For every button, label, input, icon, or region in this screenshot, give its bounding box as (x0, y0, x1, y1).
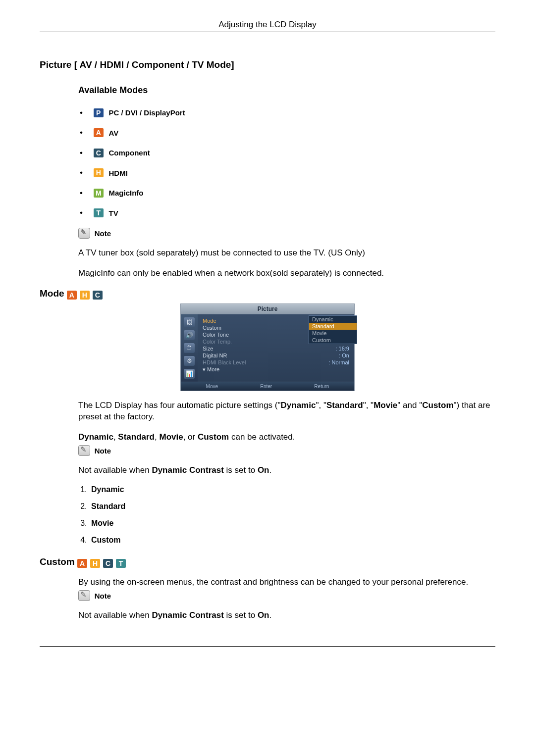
list-item: Movie (89, 519, 495, 528)
h-icon: H (80, 291, 90, 300)
mode-item-tv: • T TV (78, 208, 495, 218)
a-icon: A (77, 559, 87, 568)
h-icon: H (94, 168, 104, 177)
mode-section-title: Mode (40, 288, 64, 299)
osd-side-icon: ⚙ (184, 356, 195, 366)
list-item: Custom (89, 536, 495, 545)
note-text-2: MagicInfo can only be enabled when a net… (78, 268, 495, 279)
note-text-1: A TV tuner box (sold separately) must be… (78, 248, 495, 259)
mode-label-magicinfo: MagicInfo (108, 189, 143, 197)
footer-rule (40, 646, 495, 647)
osd-popup-item: Movie (309, 330, 357, 337)
osd-foot-return: Return (314, 384, 329, 389)
t-icon: T (94, 208, 104, 217)
osd-row: HDMI Black Level: Normal (203, 359, 349, 366)
mode-description: The LCD Display has four automatic pictu… (78, 400, 495, 423)
mode-label-component: Component (108, 149, 150, 157)
note-label: Note (95, 229, 111, 238)
custom-section-title: Custom (40, 556, 75, 567)
custom-description: By using the on-screen menus, the contra… (78, 577, 495, 588)
mode-label-tv: TV (108, 209, 118, 217)
mode-label-pc: PC / DVI / DisplayPort (108, 108, 185, 117)
t-icon: T (116, 559, 126, 568)
osd-row: ▾ More (203, 366, 349, 373)
bullet-icon: • (78, 108, 84, 118)
note-icon (78, 228, 90, 239)
osd-screenshot: Picture 🖼 🔊 ⏱ ⚙ 📊 Mode Custom Color Tone… (180, 303, 355, 391)
osd-side-icon: 📊 (184, 369, 195, 379)
osd-side-icon: 🖼 (184, 317, 195, 327)
c-icon: C (94, 149, 104, 157)
available-modes-heading: Available Modes (78, 85, 495, 96)
osd-footer: Move Enter Return (181, 382, 354, 391)
osd-side-icon: ⏱ (184, 343, 195, 353)
mode-label-av: AV (108, 129, 118, 137)
osd-foot-enter: Enter (260, 384, 272, 389)
a-icon: A (94, 128, 104, 137)
list-item: Dynamic (89, 485, 495, 494)
mode-section-heading: Mode AHC (40, 288, 495, 300)
osd-sidebar: 🖼 🔊 ⏱ ⚙ 📊 (181, 314, 198, 382)
note-block: Note (78, 228, 495, 239)
note-dynamic-contrast-2: Not available when Dynamic Contrast is s… (78, 610, 495, 621)
osd-side-icon: 🔊 (184, 330, 195, 340)
p-icon: P (94, 108, 104, 117)
osd-popup-item-selected: Standard (309, 323, 357, 330)
c-icon: C (93, 291, 103, 300)
bullet-icon: • (78, 188, 84, 198)
note-label: Note (95, 446, 111, 454)
note-block: Note (78, 445, 495, 456)
c-icon: C (103, 559, 113, 568)
running-head: Adjusting the LCD Display (40, 20, 495, 32)
mode-item-hdmi: • H HDMI (78, 168, 495, 178)
page-title: Picture [ AV / HDMI / Component / TV Mod… (40, 59, 495, 70)
mode-item-pc: • P PC / DVI / DisplayPort (78, 107, 495, 118)
osd-row: Size: 16:9 (203, 345, 349, 352)
osd-row: Digital NR: On (203, 352, 349, 359)
m-icon: M (94, 189, 104, 198)
osd-popup-item: Custom (309, 337, 357, 344)
mode-item-magicinfo: • M MagicInfo (78, 188, 495, 198)
mode-item-av: • A AV (78, 128, 495, 138)
bullet-icon: • (78, 208, 84, 218)
mode-options-list: Dynamic Standard Movie Custom (78, 485, 495, 545)
a-icon: A (67, 291, 77, 300)
note-block: Note (78, 590, 495, 601)
note-icon (78, 590, 90, 601)
note-icon (78, 445, 90, 456)
list-item: Standard (89, 502, 495, 511)
osd-popup-item: Dynamic (309, 316, 357, 323)
mode-activate-line: Dynamic, Standard, Movie, or Custom can … (78, 432, 495, 443)
osd-title: Picture (181, 304, 354, 314)
bullet-icon: • (78, 148, 84, 158)
bullet-icon: • (78, 168, 84, 178)
bullet-icon: • (78, 128, 84, 138)
h-icon: H (90, 559, 100, 568)
osd-popup: Dynamic Standard Movie Custom (309, 315, 357, 344)
custom-section-heading: Custom AHCT (40, 556, 495, 568)
osd-main: Mode Custom Color Tone: Color Temp. Size… (198, 314, 354, 382)
page: Adjusting the LCD Display Picture [ AV /… (40, 20, 495, 647)
available-modes-list: • P PC / DVI / DisplayPort • A AV • C Co… (78, 107, 495, 218)
mode-label-hdmi: HDMI (108, 169, 127, 177)
mode-item-component: • C Component (78, 148, 495, 158)
note-dynamic-contrast: Not available when Dynamic Contrast is s… (78, 465, 495, 476)
osd-body: 🖼 🔊 ⏱ ⚙ 📊 Mode Custom Color Tone: Color … (181, 314, 354, 382)
note-label: Note (95, 591, 111, 600)
osd-foot-move: Move (206, 384, 218, 389)
